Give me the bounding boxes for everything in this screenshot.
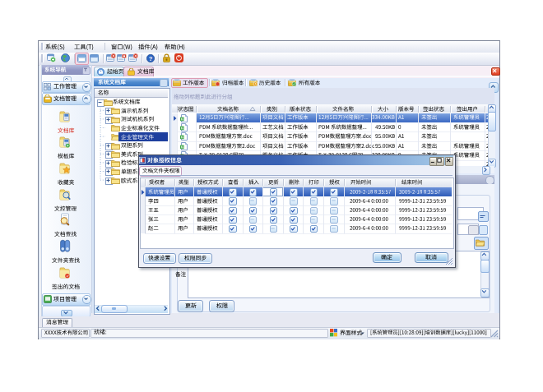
svg-text:?: ? (148, 54, 152, 62)
